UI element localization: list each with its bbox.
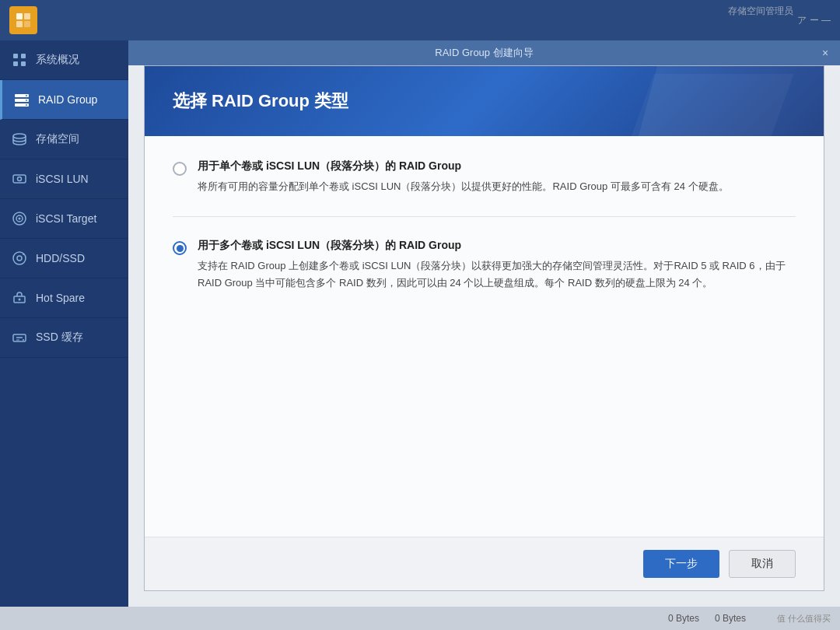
- sidebar-item-storage-space[interactable]: 存储空间: [0, 120, 128, 159]
- window-area-label: 存储空间管理员: [728, 5, 793, 18]
- main-content: RAID Group 创建向导 × 选择 RAID Group 类型 用于单个卷…: [128, 40, 840, 607]
- svg-rect-2: [16, 21, 23, 27]
- dialog-footer: 下一步 取消: [145, 537, 824, 590]
- svg-point-19: [19, 218, 21, 220]
- top-right-chars: ア ー —: [797, 14, 831, 27]
- dialog-wizard-title: RAID Group 创建向导: [435, 46, 533, 60]
- radio-single-desc: 将所有可用的容量分配到单个卷或 iSCSI LUN（段落分块）以提供更好的性能。…: [198, 178, 796, 194]
- svg-point-16: [18, 177, 22, 181]
- sidebar-label-iscsi-lun: iSCSI LUN: [36, 173, 89, 185]
- dialog: 选择 RAID Group 类型 用于单个卷或 iSCSI LUN（段落分块）的…: [144, 65, 824, 591]
- radio-option-single[interactable]: 用于单个卷或 iSCSI LUN（段落分块）的 RAID Group 将所有可用…: [173, 159, 796, 194]
- svg-point-21: [17, 256, 22, 261]
- svg-point-26: [23, 339, 24, 341]
- top-bar: 存储空间管理员 ア ー —: [0, 0, 840, 40]
- titlebar-buttons: ×: [818, 46, 832, 60]
- target-icon: [11, 210, 28, 227]
- cancel-button[interactable]: 取消: [729, 550, 796, 578]
- svg-rect-15: [13, 175, 26, 183]
- bottom-bar: 0 Bytes 0 Bytes 值 什么值得买: [0, 607, 840, 630]
- radio-multi-label: 用于多个卷或 iSCSI LUN（段落分块）的 RAID Group: [198, 239, 796, 253]
- svg-point-12: [26, 100, 27, 101]
- sidebar-label-system-overview: 系统概况: [36, 53, 79, 67]
- bottom-label-1: 0 Bytes: [668, 613, 699, 624]
- sidebar-item-raid-group[interactable]: RAID Group: [0, 80, 128, 120]
- close-button[interactable]: ×: [818, 46, 832, 60]
- svg-point-11: [26, 95, 27, 96]
- radio-multi-desc: 支持在 RAID Group 上创建多个卷或 iSCSI LUN（段落分块）以获…: [198, 257, 796, 291]
- sidebar: 系统概况 RAID Group 存储空间: [0, 40, 128, 607]
- radio-multi-content: 用于多个卷或 iSCSI LUN（段落分块）的 RAID Group 支持在 R…: [198, 239, 796, 291]
- svg-rect-7: [21, 61, 26, 66]
- svg-point-24: [19, 299, 21, 301]
- storage-icon: [11, 131, 28, 148]
- watermark: 值 什么值得买: [777, 613, 831, 625]
- bottom-item-2: 0 Bytes: [715, 613, 746, 624]
- disk-icon: [11, 250, 28, 267]
- sidebar-label-iscsi-target: iSCSI Target: [36, 212, 96, 225]
- window-titlebar: RAID Group 创建向导 ×: [128, 40, 840, 65]
- dialog-header: 选择 RAID Group 类型: [145, 66, 824, 136]
- sidebar-item-hdd-ssd[interactable]: HDD/SSD: [0, 239, 128, 278]
- radio-option-multi[interactable]: 用于多个卷或 iSCSI LUN（段落分块）的 RAID Group 支持在 R…: [173, 239, 796, 291]
- svg-rect-4: [13, 54, 18, 58]
- lun-icon: [11, 170, 28, 187]
- radio-multi[interactable]: [173, 241, 187, 255]
- radio-single-label: 用于单个卷或 iSCSI LUN（段落分块）的 RAID Group: [198, 159, 796, 173]
- sidebar-item-iscsi-target[interactable]: iSCSI Target: [0, 199, 128, 239]
- sidebar-item-system-overview[interactable]: 系统概况: [0, 40, 128, 80]
- sidebar-item-ssd-cache[interactable]: SSD 缓存: [0, 318, 128, 358]
- sidebar-item-iscsi-lun[interactable]: iSCSI LUN: [0, 159, 128, 199]
- radio-single[interactable]: [173, 162, 187, 176]
- svg-rect-1: [24, 13, 30, 19]
- app-logo: [9, 6, 37, 34]
- sidebar-label-storage-space: 存储空间: [36, 132, 79, 146]
- svg-point-22: [23, 254, 24, 255]
- ssd-icon: [11, 329, 28, 346]
- hotspare-icon: [11, 289, 28, 306]
- svg-rect-5: [21, 54, 26, 58]
- sidebar-label-hot-spare: Hot Spare: [36, 292, 85, 304]
- next-button[interactable]: 下一步: [643, 550, 719, 578]
- sidebar-item-hot-spare[interactable]: Hot Spare: [0, 278, 128, 318]
- sidebar-label-raid-group: RAID Group: [38, 93, 97, 106]
- svg-rect-0: [16, 13, 23, 19]
- svg-point-13: [26, 104, 27, 106]
- raid-icon: [13, 91, 30, 108]
- svg-point-14: [13, 134, 26, 138]
- radio-single-content: 用于单个卷或 iSCSI LUN（段落分块）的 RAID Group 将所有可用…: [198, 159, 796, 194]
- dialog-header-title: 选择 RAID Group 类型: [173, 89, 348, 113]
- grid-icon: [11, 51, 28, 68]
- bottom-label-2: 0 Bytes: [715, 613, 746, 624]
- bottom-item-1: 0 Bytes: [668, 613, 699, 624]
- svg-rect-3: [24, 21, 30, 27]
- sidebar-label-hdd-ssd: HDD/SSD: [36, 252, 85, 264]
- svg-rect-6: [13, 61, 18, 66]
- sidebar-label-ssd-cache: SSD 缓存: [36, 331, 83, 345]
- divider: [173, 216, 796, 217]
- dialog-body: 用于单个卷或 iSCSI LUN（段落分块）的 RAID Group 将所有可用…: [145, 136, 824, 537]
